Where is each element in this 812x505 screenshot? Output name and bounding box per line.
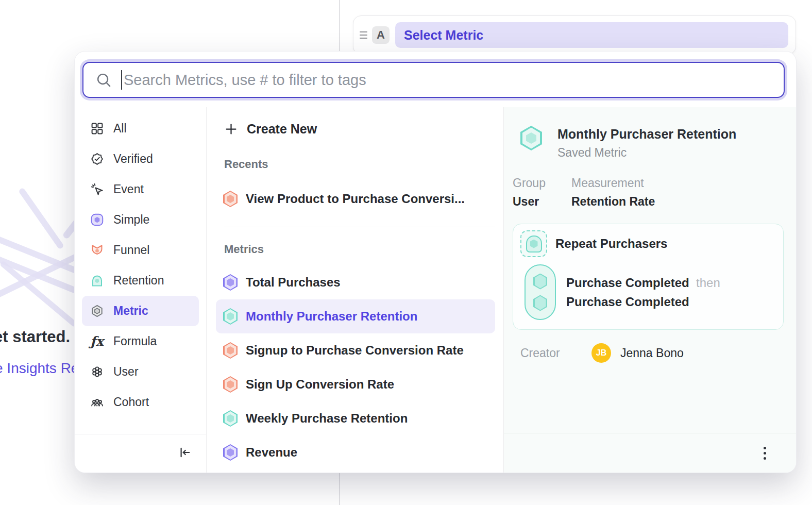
creator-label: Creator [520, 346, 591, 360]
event-sequence-icon [525, 264, 556, 320]
list-divider [224, 227, 495, 227]
creator-name: Jenna Bono [620, 346, 684, 360]
collapse-left-icon [177, 445, 192, 460]
sidebar-item-label: Event [113, 182, 144, 196]
sidebar-item-retention[interactable]: Retention [82, 265, 199, 296]
simple-metric-icon [90, 213, 104, 227]
sidebar-item-user[interactable]: User [82, 357, 199, 387]
metric-row-selected[interactable]: Monthly Purchaser Retention [216, 299, 495, 333]
sidebar-item-label: Funnel [113, 243, 149, 257]
detail-footer [504, 433, 796, 473]
sidebar-item-label: Metric [113, 304, 148, 318]
metric-row-label: Signup to Purchase Conversion Rate [246, 343, 464, 358]
metrics-section-header: Metrics [224, 243, 495, 256]
drag-handle-icon[interactable] [360, 31, 367, 39]
metric-detail-panel: Monthly Purchaser Retention Saved Metric… [504, 107, 796, 473]
recent-metric-row[interactable]: View Product to Purchase Conversi... [216, 182, 495, 215]
background-illustration-line [18, 187, 64, 250]
filter-sidebar: All Verified [75, 107, 207, 473]
text-cursor [121, 70, 122, 90]
sidebar-item-label: Formula [113, 334, 157, 348]
creator-row: Creator JB Jenna Bono [513, 343, 784, 363]
collapse-sidebar-button[interactable] [177, 445, 192, 462]
metric-row-label: Sign Up Conversion Rate [246, 377, 394, 392]
funnel-metric-icon [223, 342, 238, 359]
grid-icon [90, 122, 104, 136]
metric-row[interactable]: Signup to Purchase Conversion Rate [216, 333, 495, 367]
metric-definition-card: Repeat Purchasers Purchase Completed the… [513, 224, 784, 330]
retention-metric-icon [223, 410, 238, 427]
sidebar-item-label: Retention [113, 274, 164, 288]
user-cluster-icon [90, 365, 104, 379]
create-new-button[interactable]: Create New [224, 113, 495, 144]
retention-metric-icon [223, 308, 238, 325]
funnel-metric-icon [223, 191, 238, 207]
background-illustration-line [0, 260, 78, 328]
retention-icon [90, 274, 104, 288]
create-new-label: Create New [247, 122, 317, 137]
metric-row-label: Monthly Purchaser Retention [246, 309, 417, 324]
metric-letter-badge: A [372, 26, 390, 44]
metric-picker-modal: All Verified [75, 52, 796, 473]
metric-row[interactable]: Sign Up Conversion Rate [216, 367, 495, 401]
metric-list-column: Create New Recents View Product to Purch… [207, 107, 504, 473]
group-label: Group [513, 176, 559, 190]
creator-avatar: JB [591, 343, 611, 363]
sidebar-item-label: User [113, 365, 139, 379]
search-input[interactable] [124, 72, 771, 89]
verified-badge-icon [90, 152, 104, 166]
search-row [75, 52, 796, 107]
background-insights-link-partial[interactable]: e Insights Re [0, 360, 79, 377]
search-box[interactable] [82, 62, 785, 98]
plus-icon [224, 122, 238, 136]
metric-row-label: Revenue [246, 445, 297, 460]
background-heading-partial: et started. [0, 328, 70, 346]
metric-row[interactable]: Revenue [216, 435, 495, 469]
cohort-people-icon [90, 395, 104, 410]
sidebar-item-funnel[interactable]: Funnel [82, 235, 199, 265]
metric-row-label: Total Purchases [246, 275, 341, 290]
sidebar-item-label: Verified [113, 152, 153, 166]
event-cursor-icon [90, 182, 104, 197]
sidebar-footer [75, 434, 206, 473]
cohort-definition-icon [520, 230, 547, 257]
definition-name: Repeat Purchasers [555, 237, 667, 251]
group-value: User [513, 195, 559, 209]
select-metric-label: Select Metric [404, 28, 483, 43]
formula-icon: ƒx [90, 334, 104, 349]
metric-row-bar: A Select Metric [353, 15, 796, 55]
measurement-value: Retention Rate [571, 195, 655, 209]
simple-metric-icon [223, 444, 238, 461]
sidebar-item-cohort[interactable]: Cohort [82, 387, 199, 417]
select-metric-button[interactable]: Select Metric [395, 22, 788, 48]
definition-step2: Purchase Completed [566, 295, 720, 309]
recent-metric-label: View Product to Purchase Conversi... [246, 192, 465, 206]
sidebar-item-formula[interactable]: ƒx Formula [82, 326, 199, 357]
metric-hexagon-icon [90, 304, 104, 318]
sidebar-item-label: Cohort [113, 395, 149, 409]
funnel-metric-icon [223, 376, 238, 393]
metric-row-label: Weekly Purchase Retention [246, 411, 408, 426]
definition-step1: Purchase Completed [566, 276, 689, 290]
sidebar-item-all[interactable]: All [82, 113, 199, 144]
metric-row[interactable]: Weekly Purchase Retention [216, 401, 495, 435]
sidebar-item-event[interactable]: Event [82, 174, 199, 205]
detail-title: Monthly Purchaser Retention [557, 127, 736, 142]
retention-metric-icon [520, 126, 542, 150]
search-icon [96, 72, 112, 88]
sidebar-item-metric[interactable]: Metric [82, 296, 199, 326]
sidebar-item-label: Simple [113, 213, 149, 227]
recents-section-header: Recents [224, 158, 495, 171]
detail-header: Monthly Purchaser Retention Saved Metric [513, 126, 784, 160]
detail-meta: Group User Measurement Retention Rate [513, 176, 784, 209]
metric-row[interactable]: Total Purchases [216, 265, 495, 299]
sidebar-item-verified[interactable]: Verified [82, 144, 199, 174]
more-options-button[interactable] [760, 444, 769, 463]
sidebar-item-simple[interactable]: Simple [82, 205, 199, 235]
sidebar-item-label: All [113, 122, 127, 136]
funnel-icon [90, 243, 104, 258]
simple-metric-icon [223, 274, 238, 291]
detail-subtitle: Saved Metric [557, 146, 736, 160]
measurement-label: Measurement [571, 176, 655, 190]
